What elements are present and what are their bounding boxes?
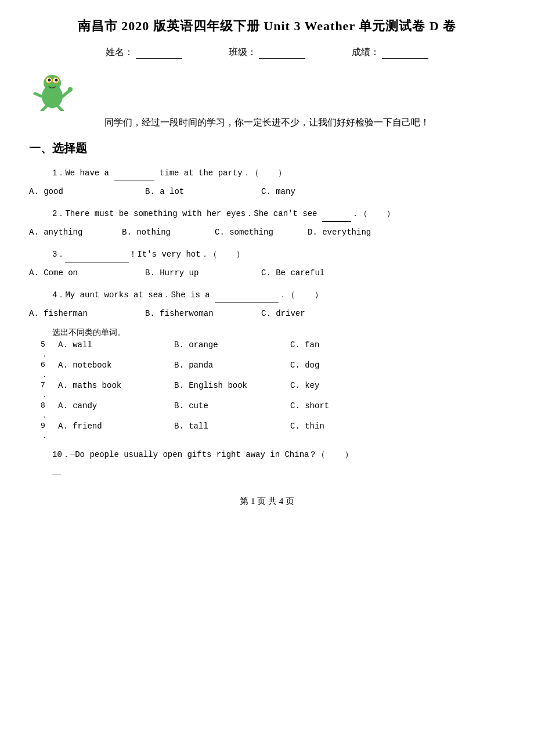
q2-optD: D. everything (308, 224, 400, 240)
score-field: 成绩： (352, 46, 428, 59)
q1-blank (114, 171, 154, 181)
q8-num: 8． (41, 401, 58, 420)
q4-optC: C. driver (261, 305, 377, 322)
q5-optB: B. orange (174, 340, 290, 350)
q3-optB: B. Hurry up (145, 265, 261, 281)
name-label: 姓名： (106, 46, 134, 59)
page-title: 南昌市 2020 版英语四年级下册 Unit 3 Weather 单元测试卷 D… (29, 17, 505, 35)
q2-options: A. anything B. nothing C. something D. e… (29, 224, 505, 240)
score-label: 成绩： (352, 46, 380, 59)
svg-line-10 (63, 91, 70, 96)
q2-optC: C. something (215, 224, 308, 240)
q5-optC: C. fan (290, 340, 406, 350)
question-6: 6． A. notebook B. panda C. dog (41, 361, 505, 380)
q3-options: A. Come on B. Hurry up C. Be careful (29, 265, 505, 281)
q5-optA: A. wall (58, 340, 174, 350)
intro-text: 同学们，经过一段时间的学习，你一定长进不少，让我们好好检验一下自己吧！ (29, 117, 505, 129)
question-8: 8． A. candy B. cute C. short (41, 401, 505, 420)
svg-point-11 (68, 87, 73, 92)
section1-title: 一、选择题 (29, 141, 505, 156)
q4-blank (215, 293, 279, 303)
q3-optC: C. Be careful (261, 265, 377, 281)
q6-optA: A. notebook (58, 361, 174, 370)
q1-optC: C. many (261, 183, 377, 200)
q3-optA: A. Come on (29, 265, 145, 281)
q6-options: A. notebook B. panda C. dog (58, 361, 406, 370)
class-label: 班级： (229, 46, 257, 59)
numbered-questions: 5． A. wall B. orange C. fan 6． A. notebo… (41, 340, 505, 441)
q7-options: A. maths book B. English book C. key (58, 381, 406, 390)
q2-text: 2．There must be something with her eyes．… (52, 206, 505, 222)
q3-blank (65, 252, 129, 262)
q6-optC: C. dog (290, 361, 406, 370)
class-underline (259, 47, 305, 59)
q9-options: A. friend B. tall C. thin (58, 422, 406, 431)
mascot-row (29, 64, 505, 111)
q9-optB: B. tall (174, 422, 290, 431)
question-1: 1．We have a time at the party．（ ） A. goo… (29, 165, 505, 200)
q8-optC: C. short (290, 401, 406, 411)
q4-options: A. fisherman B. fisherwoman C. driver (29, 305, 505, 322)
svg-line-13 (58, 106, 63, 111)
q3-text: 3．！It's very hot．（ ） (52, 246, 505, 262)
q7-optB: B. English book (174, 381, 290, 390)
score-underline (382, 47, 428, 59)
svg-point-4 (48, 79, 51, 82)
question-3: 3．！It's very hot．（ ） A. Come on B. Hurry… (29, 246, 505, 281)
svg-line-12 (42, 106, 46, 111)
q7-optC: C. key (290, 381, 406, 390)
q8-optA: A. candy (58, 401, 174, 411)
name-underline (136, 47, 182, 59)
q4-optA: A. fisherman (29, 305, 145, 322)
q9-optC: C. thin (290, 422, 406, 431)
q8-options: A. candy B. cute C. short (58, 401, 406, 411)
q1-optA: A. good (29, 183, 145, 200)
header-row: 姓名： 班级： 成绩： (29, 46, 505, 59)
q6-num: 6． (41, 361, 58, 380)
q8-optB: B. cute (174, 401, 290, 411)
q1-optB: B. a lot (145, 183, 261, 200)
question-2: 2．There must be something with her eyes．… (29, 206, 505, 240)
q2-optA: A. anything (29, 224, 122, 240)
q2-optB: B. nothing (122, 224, 215, 240)
q9-optA: A. friend (58, 422, 174, 431)
question-5: 5． A. wall B. orange C. fan (41, 340, 505, 359)
q10-text: 10．—Do people usually open gifts right a… (52, 447, 505, 463)
dash-line: — (52, 469, 505, 478)
svg-point-5 (55, 79, 58, 82)
footer-page-info: 第 1 页 共 4 页 (29, 496, 505, 507)
q7-optA: A. maths book (58, 381, 174, 390)
question-7: 7． A. maths book B. English book C. key (41, 381, 505, 400)
q2-blank (322, 211, 351, 222)
sublabel: 选出不同类的单词。 (52, 327, 505, 338)
q1-options: A. good B. a lot C. many (29, 183, 505, 200)
question-9: 9． A. friend B. tall C. thin (41, 422, 505, 441)
q1-text: 1．We have a time at the party．（ ） (52, 165, 505, 181)
q5-num: 5． (41, 340, 58, 359)
q9-num: 9． (41, 422, 58, 441)
q7-num: 7． (41, 381, 58, 400)
q6-optB: B. panda (174, 361, 290, 370)
q4-optB: B. fisherwoman (145, 305, 261, 322)
class-field: 班级： (229, 46, 305, 59)
name-field: 姓名： (106, 46, 182, 59)
mascot-image (29, 64, 75, 111)
q5-options: A. wall B. orange C. fan (58, 340, 406, 350)
question-10: 10．—Do people usually open gifts right a… (29, 447, 505, 463)
q4-text: 4．My aunt works at sea．She is a ．（ ） (52, 287, 505, 303)
question-4: 4．My aunt works at sea．She is a ．（ ） A. … (29, 287, 505, 322)
svg-line-9 (35, 93, 42, 96)
